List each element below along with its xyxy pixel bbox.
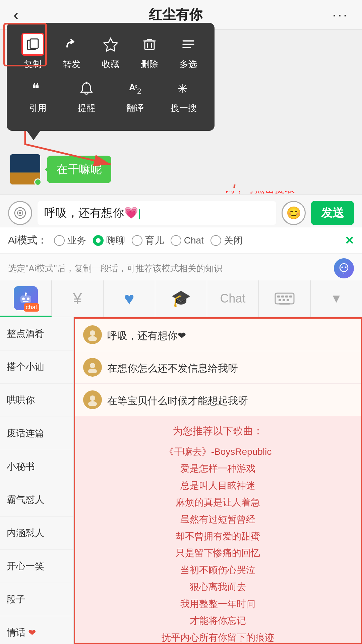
right-panel: 呼吸，还有想你❤ 在想你怎么还不发信息给我呀 在等宝贝什么时候才能想起我呀 为您… [74, 317, 362, 644]
ai-chat-icon[interactable] [334, 258, 354, 278]
page-title: 红尘有你 [149, 5, 202, 24]
svg-rect-37 [277, 296, 280, 298]
lyric-5: 却不曾拥有爱的甜蜜 [83, 528, 353, 545]
svg-point-32 [27, 298, 29, 300]
ai-tip-bar: 选定"Ai模式"后，复制一段话，可推荐该模式相关的知识 [0, 254, 362, 283]
song-section: 为您推荐以下歌曲： 《干嘛去》-BoysRepublic 爱是怎样一种游戏 总是… [75, 416, 361, 644]
suggestion-3[interactable]: 在等宝贝什么时候才能想起我呀 [75, 384, 361, 416]
sidebar-item-kaixin[interactable]: 开心一笑 [0, 550, 73, 583]
radio-haichat[interactable] [93, 235, 104, 246]
suggestion-text-2: 在想你怎么还不发信息给我呀 [107, 358, 238, 376]
menu-remind[interactable]: 提醒 [70, 77, 103, 114]
svg-point-47 [90, 363, 95, 368]
ai-mode-close[interactable]: ✕ [345, 234, 354, 247]
radio-business[interactable] [54, 235, 65, 246]
menu-collect[interactable]: 收藏 [94, 33, 127, 70]
svg-point-27 [342, 267, 343, 268]
copy-label: 复制 [24, 58, 42, 70]
svg-text:❝: ❝ [32, 81, 40, 96]
menu-copy[interactable]: 复制 [16, 33, 50, 70]
svg-rect-44 [279, 303, 290, 305]
back-button[interactable]: ‹ [13, 5, 19, 24]
suggestion-1[interactable]: 呼吸，还有想你❤ [75, 319, 361, 351]
cap-icon: 🎓 [171, 289, 191, 308]
toolbar-keyboard[interactable] [259, 280, 310, 317]
sidebar-item-feihualianpian[interactable]: 废话连篇 [0, 417, 73, 450]
remind-icon [75, 77, 98, 100]
toolbar-collapse[interactable]: ▼ [311, 280, 362, 317]
sidebar-item-duanzi[interactable]: 段子 [0, 583, 73, 616]
sidebar-item-qinghua[interactable]: 情话 ❤ [0, 616, 73, 644]
delete-icon [138, 33, 161, 56]
radio-off[interactable] [210, 235, 221, 246]
more-button[interactable]: ··· [332, 6, 349, 23]
emoji-button[interactable]: 😊 [282, 201, 306, 225]
mode-business[interactable]: 业务 [54, 234, 86, 247]
forward-label: 转发 [63, 58, 80, 70]
multi-label: 多选 [180, 58, 197, 70]
chat-text-label: Chat [220, 291, 245, 306]
sidebar-item-dage[interactable]: 搭个小讪 [0, 351, 73, 384]
svg-point-26 [340, 264, 348, 272]
svg-point-25 [19, 212, 21, 214]
lyric-11: 抚平内心所有你留下的痕迹 [83, 629, 353, 644]
toolbar-heart[interactable]: ♥ [104, 280, 155, 317]
remind-label: 提醒 [78, 102, 95, 114]
svg-rect-1 [30, 39, 38, 48]
forward-icon [60, 33, 83, 56]
quote-icon: ❝ [26, 77, 49, 100]
svg-text:✳: ✳ [178, 82, 188, 96]
radio-parenting[interactable] [132, 235, 142, 246]
message-input[interactable]: 呼吸，还有想你💗 [38, 201, 276, 225]
mode-business-label: 业务 [67, 234, 86, 247]
menu-quote[interactable]: ❝ 引用 [21, 77, 55, 114]
sidebar-item-houhounin[interactable]: 哄哄你 [0, 384, 73, 417]
mode-chat-label: Chat [184, 235, 204, 246]
menu-multi[interactable]: 多选 [172, 33, 205, 70]
menu-delete[interactable]: 删除 [133, 33, 166, 70]
voice-button[interactable] [8, 201, 32, 225]
send-button[interactable]: 发送 [311, 201, 354, 225]
toolbar-cap[interactable]: 🎓 [155, 280, 207, 317]
sidebar-qinghua-label: 情话 [7, 626, 25, 639]
svg-point-28 [345, 267, 347, 268]
ai-tip-text: 选定"Ai模式"后，复制一段话，可推荐该模式相关的知识 [8, 263, 223, 274]
toolbar-money[interactable]: ¥ [52, 280, 103, 317]
avatar-s1 [83, 325, 102, 344]
online-indicator [34, 178, 42, 186]
suggestion-2[interactable]: 在想你怎么还不发信息给我呀 [75, 351, 361, 384]
svg-text:2: 2 [137, 87, 141, 95]
mode-off[interactable]: 关闭 [210, 234, 243, 247]
toolbar-chat-text[interactable]: Chat [207, 280, 259, 317]
svg-point-31 [22, 298, 25, 300]
mode-haichat[interactable]: 嗨聊 [93, 234, 125, 247]
sidebar-item-baqinouren[interactable]: 霸气怼人 [0, 483, 73, 517]
translate-icon: Ax2 [124, 77, 146, 100]
input-area: 呼吸，还有想你💗 😊 发送 [0, 195, 362, 231]
lyric-7: 当初不顾伤心哭泣 [83, 562, 353, 579]
sidebar-item-xiaomishu[interactable]: 小秘书 [0, 450, 73, 483]
avatar-s3 [83, 390, 102, 409]
menu-search[interactable]: ✳ 搜一搜 [167, 77, 200, 114]
mode-parenting[interactable]: 育儿 [132, 234, 164, 247]
translate-label: 翻译 [126, 102, 144, 114]
toolbar: chat ¥ ♥ 🎓 Chat ▼ [0, 280, 362, 317]
svg-point-49 [90, 395, 95, 401]
lyric-2: 总是叫人目眩神迷 [83, 477, 353, 494]
context-menu: 复制 转发 收藏 删除 多选 [7, 23, 215, 131]
toolbar-robot[interactable]: chat [0, 280, 52, 317]
robot-icon: chat [14, 286, 38, 310]
collapse-icon: ▼ [330, 291, 342, 306]
lyric-6: 只是留下惨痛的回忆 [83, 545, 353, 561]
search-label: 搜一搜 [171, 102, 197, 114]
svg-rect-33 [23, 301, 28, 302]
menu-forward[interactable]: 转发 [55, 33, 88, 70]
menu-translate[interactable]: Ax2 翻译 [118, 77, 152, 114]
radio-chat[interactable] [171, 235, 181, 246]
sidebar-item-neihannouren[interactable]: 内涵怼人 [0, 517, 73, 550]
sidebar-item-zhengdian[interactable]: 整点酒肴 [0, 317, 73, 351]
mode-chat[interactable]: Chat [171, 235, 204, 246]
menu-arrow [27, 131, 40, 140]
left-sidebar: 整点酒肴 搭个小讪 哄哄你 废话连篇 小秘书 霸气怼人 内涵怼人 开心一笑 段子… [0, 317, 74, 644]
main-content: 整点酒肴 搭个小讪 哄哄你 废话连篇 小秘书 霸气怼人 内涵怼人 开心一笑 段子… [0, 317, 362, 644]
